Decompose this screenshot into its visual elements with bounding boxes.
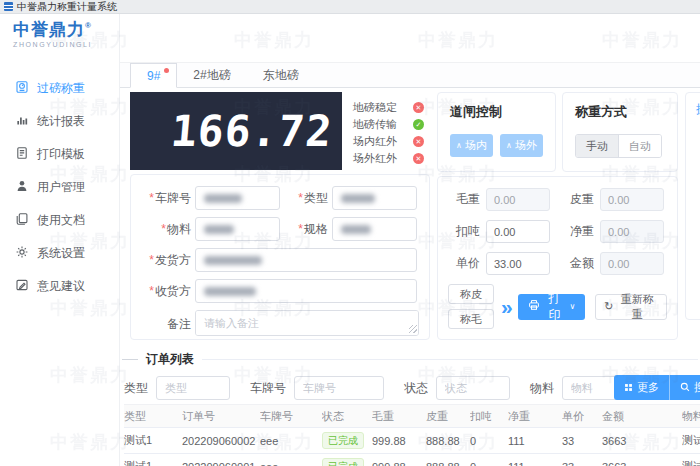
status-badge: 已完成	[322, 458, 364, 466]
gate-inside-button[interactable]: ∧ 场内	[450, 134, 493, 157]
sidebar-item-label: 用户管理	[37, 179, 85, 196]
vehicle-form: *车牌号 *类型 *物料 *规格 *发货方 *收货方	[130, 174, 430, 340]
tab-scale-9[interactable]: 9#	[130, 63, 177, 88]
brand-logo: 中誉鼎力® ZHONGYUDINGLI	[0, 14, 119, 60]
sidebar-item-feedback[interactable]: 意见建议	[0, 270, 119, 303]
gate-outside-button[interactable]: ∧ 场外	[500, 134, 543, 157]
status-infrared-in: 场内红外	[353, 133, 424, 150]
status-list: 地磅稳定 地磅传输 场内红外 场外红外	[342, 92, 430, 170]
reweigh-button[interactable]: ↻ 重新称重	[595, 294, 667, 320]
search-icon	[680, 382, 690, 394]
gate-control-panel: 道闸控制 ∧ 场内 ∧ 场外	[437, 92, 556, 172]
print-button[interactable]: 打印 ∨	[518, 294, 586, 320]
receiver-label: 收货方	[155, 284, 191, 298]
logo-registered-mark: ®	[85, 21, 92, 30]
app-logo-icon	[4, 2, 13, 11]
sidebar-item-settings[interactable]: 系统设置	[0, 237, 119, 270]
status-error-icon	[413, 136, 424, 147]
redacted-value	[341, 225, 371, 234]
weigh-tare-button[interactable]: 称皮	[448, 284, 494, 304]
weight-reading: 166.72	[168, 106, 334, 156]
order-filters: 类型 车牌号 状态 物料	[124, 375, 658, 401]
logo-subtext: ZHONGYUDINGLI	[13, 41, 119, 48]
snapshot-panel: 抓拍	[685, 92, 700, 320]
divider	[202, 359, 698, 360]
printer-icon	[528, 299, 540, 314]
plate-label: 车牌号	[155, 191, 191, 205]
amount-input[interactable]	[600, 252, 664, 275]
redacted-value	[204, 287, 256, 296]
material-label: 物料	[167, 222, 191, 236]
deduct-input[interactable]	[486, 220, 550, 243]
status-error-icon	[413, 102, 424, 113]
sender-input[interactable]	[195, 248, 417, 272]
filter-type-label: 类型	[124, 380, 148, 397]
sidebar-item-docs[interactable]: 使用文档	[0, 204, 119, 237]
gear-icon	[15, 245, 29, 262]
unread-dot	[164, 68, 169, 73]
scale-display-panel: 166.72 地磅稳定 地磅传输 场内红外	[130, 92, 430, 170]
sidebar-item-reports[interactable]: 统计报表	[0, 105, 119, 138]
chevron-up-icon: ∧	[456, 142, 462, 150]
filter-material-label: 物料	[530, 380, 554, 397]
filter-actions: 更多 搜索	[614, 375, 700, 400]
redacted-value	[341, 194, 375, 203]
redacted-value	[204, 194, 242, 203]
weigh-gross-button[interactable]: 称毛	[448, 309, 494, 329]
sidebar-item-label: 打印模板	[37, 146, 85, 163]
type-label: 类型	[304, 191, 328, 205]
price-input[interactable]	[486, 252, 550, 275]
sidebar: 中誉鼎力® ZHONGYUDINGLI 过磅称重 统计报表 打印模板 用户管理	[0, 14, 120, 466]
filter-plate-input[interactable]	[294, 376, 384, 400]
orders-table: 类型 订单号 车牌号 状态 毛重 皮重 扣吨 净重 单价 金额 物料 测试1 2…	[124, 404, 700, 466]
sidebar-item-label: 意见建议	[37, 278, 85, 295]
search-button[interactable]: 搜索	[670, 375, 700, 400]
scale-tabbar: 9# 2#地磅 东地磅	[120, 62, 700, 88]
deduct-label: 扣吨	[448, 223, 480, 240]
table-row[interactable]: 测试1 202209060002 eee 已完成 999.88 888.88 0…	[124, 428, 700, 454]
status-scale-stable: 地磅稳定	[353, 99, 424, 116]
main-area: 9# 2#地磅 东地磅 166.72 地磅稳定 地磅传输	[120, 14, 700, 466]
status-infrared-out: 场外红外	[353, 150, 424, 167]
net-label: 净重	[562, 223, 594, 240]
scale-icon	[15, 80, 29, 97]
plate-input[interactable]	[195, 186, 280, 210]
tab-scale-2[interactable]: 2#地磅	[177, 63, 246, 87]
spec-label: 规格	[304, 222, 328, 236]
window-titlebar: 中誉鼎力称重计量系统	[0, 0, 700, 14]
order-section-title: 订单列表	[146, 351, 194, 368]
tab-scale-east[interactable]: 东地磅	[247, 63, 315, 87]
remark-textarea[interactable]	[195, 310, 419, 336]
window-title: 中誉鼎力称重计量系统	[17, 0, 117, 14]
mode-auto-option[interactable]: 自动	[619, 135, 661, 157]
price-label: 单价	[448, 255, 480, 272]
filter-type-input[interactable]	[156, 376, 230, 400]
sidebar-item-users[interactable]: 用户管理	[0, 171, 119, 204]
weigh-actions: 称皮 称毛 » 打印 ∨ ↻ 重新称重	[448, 284, 667, 329]
tare-input[interactable]	[600, 188, 664, 211]
table-row[interactable]: 测试1 202209060001 eee 已完成 999.88 888.88 0…	[124, 454, 700, 466]
gross-input[interactable]	[486, 188, 550, 211]
material-input[interactable]	[195, 217, 280, 241]
weights-panel: 毛重 皮重 扣吨 净重 单价 金额	[437, 176, 678, 340]
mode-manual-option[interactable]: 手动	[576, 135, 619, 157]
order-section-header: 订单列表	[122, 351, 698, 368]
edit-icon	[15, 278, 29, 295]
tare-label: 皮重	[562, 191, 594, 208]
sidebar-menu: 过磅称重 统计报表 打印模板 用户管理 使用文档 系统设置	[0, 60, 119, 303]
double-chevron-right-icon: »	[501, 295, 513, 319]
redacted-value	[204, 256, 262, 265]
sidebar-item-weighing[interactable]: 过磅称重	[0, 72, 119, 105]
spec-input[interactable]	[332, 217, 417, 241]
redacted-value	[204, 225, 234, 234]
sidebar-item-print-templates[interactable]: 打印模板	[0, 138, 119, 171]
sidebar-item-label: 统计报表	[37, 113, 85, 130]
net-input[interactable]	[600, 220, 664, 243]
more-button[interactable]: 更多	[614, 375, 670, 400]
user-icon	[15, 179, 29, 196]
type-input[interactable]	[332, 186, 417, 210]
status-ok-icon	[413, 119, 424, 130]
receiver-input[interactable]	[195, 279, 417, 303]
amount-label: 金额	[562, 255, 594, 272]
filter-status-input[interactable]	[436, 376, 510, 400]
